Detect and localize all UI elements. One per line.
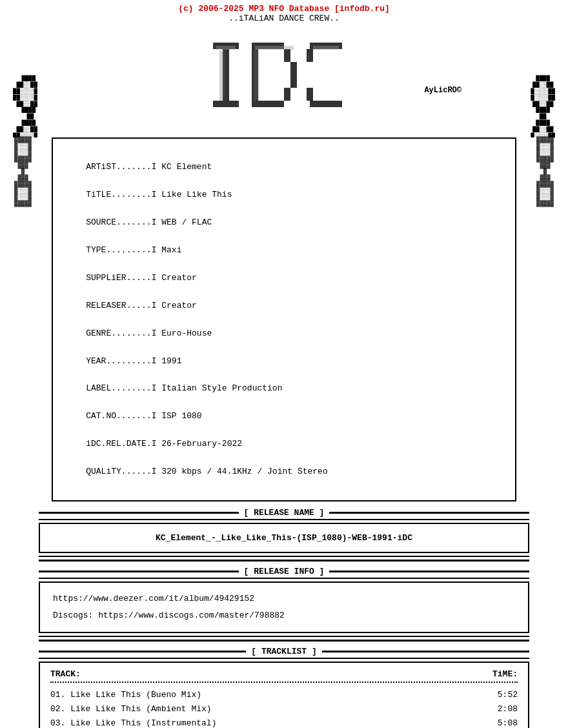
crew-text: ..iTALiAN DANCE CREW.. [0, 14, 568, 23]
release-info-box: https://www.deezer.com/it/album/49429152… [39, 581, 529, 633]
tracklist-header-section: [ TRACKLIST ] [0, 647, 568, 659]
release-name-label: [ RELEASE NAME ] [239, 508, 330, 518]
release-info-bottom2 [39, 640, 529, 642]
release-info-label: [ RELEASE INFO ] [239, 567, 330, 576]
release-name-bottom-bar [39, 556, 529, 557]
divider-left [39, 512, 239, 514]
deezer-link: https://www.deezer.com/it/album/49429152 [53, 591, 515, 607]
tracklist-box: TRACK: TiME: 01. Like Like This (Bueno M… [39, 662, 529, 728]
svg-rect-18 [254, 50, 259, 101]
svg-rect-17 [219, 50, 225, 101]
tracklist-label: [ TRACKLIST ] [246, 647, 321, 656]
info-box: ARTiST.......I KC Element TiTLE........I… [52, 137, 516, 501]
copyright-text: (c) 2006-2025 MP3 NFO Database [infodb.r… [0, 4, 568, 14]
divider-second [39, 519, 529, 520]
header: (c) 2006-2025 MP3 NFO Database [infodb.r… [0, 0, 568, 25]
track-3-time: 5:08 [498, 716, 518, 728]
discogs-link: Discogs: https://www.discogs.com/master/… [53, 607, 515, 624]
logo-ascii [187, 30, 381, 133]
info-section-wrapper: ▓▓▓▓▓ ▓░░░▓ ▓░░░▓ ▓▓▓▓▓ ▓▓▓ ▓ ▓▓▓ ▓▓▓▓▓ … [0, 137, 568, 501]
divider-right [329, 512, 529, 514]
tracklist-divider-right [322, 651, 529, 652]
svg-rect-6 [284, 49, 290, 62]
release-info-header: [ RELEASE INFO ] [0, 567, 568, 579]
tracklist-divider-left [39, 651, 246, 652]
divider-left2 [39, 571, 239, 572]
time-col-label: TiME: [492, 669, 518, 679]
svg-rect-8 [284, 88, 290, 101]
svg-rect-14 [216, 46, 236, 50]
release-name-bottom-bar2 [39, 560, 529, 561]
divider-right2 [329, 571, 529, 572]
release-name-value: KC_Element_-_Like_Like_This-(ISP_1080)-W… [156, 533, 412, 543]
logo-area: ████ ██░░██ ██░░░░█ ██░░░░█ ██░░██ ████ … [0, 25, 568, 137]
tracklist-col-headers: TRACK: TiME: [50, 669, 518, 679]
tracklist-rows: 01. Like Like This (Bueno Mix) 5:52 02. … [50, 688, 518, 728]
svg-rect-9 [258, 101, 284, 107]
svg-rect-3 [213, 101, 239, 107]
right-decoration: ████ ██░░██ █░░░░██ █░░░░██ ██░░██ ████ … [531, 76, 555, 137]
track-2-time: 2:08 [498, 702, 518, 716]
release-name-box: KC_Element_-_Like_Like_This-(ISP_1080)-W… [39, 523, 529, 553]
track-row-2: 02. Like Like This (Ambient Mix) 2:08 [50, 702, 518, 716]
page-wrapper: (c) 2006-2025 MP3 NFO Database [infodb.r… [0, 0, 568, 728]
svg-rect-11 [307, 49, 313, 62]
left-deco-info: ▓▓▓▓▓ ▓░░░▓ ▓░░░▓ ▓▓▓▓▓ ▓▓▓ ▓ ▓▓▓ ▓▓▓▓▓ … [14, 137, 32, 208]
track-row-1: 01. Like Like This (Bueno Mix) 5:52 [50, 688, 518, 702]
right-deco-info: ▓▓▓▓▓ ▓░░░▓ ▓░░░▓ ▓▓▓▓▓ ▓▓▓ ▓ ▓▓▓ ▓▓▓▓▓ … [536, 137, 554, 208]
svg-rect-12 [307, 88, 313, 101]
aylicro-label: AyLicRO© [424, 86, 462, 95]
divider-second2 [39, 578, 529, 579]
track-1-full: 01. Like Like This (Bueno Mix) [50, 688, 201, 702]
svg-rect-15 [255, 46, 294, 50]
left-decoration: ████ ██░░██ ██░░░░█ ██░░░░█ ██░░██ ████ … [13, 76, 37, 137]
svg-rect-13 [310, 101, 342, 107]
track-3-full: 03. Like Like This (Instrumental) [50, 716, 216, 728]
track-row-3: 03. Like Like This (Instrumental) 5:08 [50, 716, 518, 728]
release-name-header: [ RELEASE NAME ] [0, 508, 568, 520]
track-col-label: TRACK: [50, 669, 81, 679]
tracklist-dots [50, 682, 518, 683]
track-2-full: 02. Like Like This (Ambient Mix) [50, 702, 212, 716]
release-info-bottom1 [39, 636, 529, 637]
svg-rect-7 [290, 62, 297, 88]
tracklist-divider-second [39, 658, 529, 659]
track-1-time: 5:52 [498, 688, 518, 702]
svg-rect-16 [313, 46, 339, 50]
